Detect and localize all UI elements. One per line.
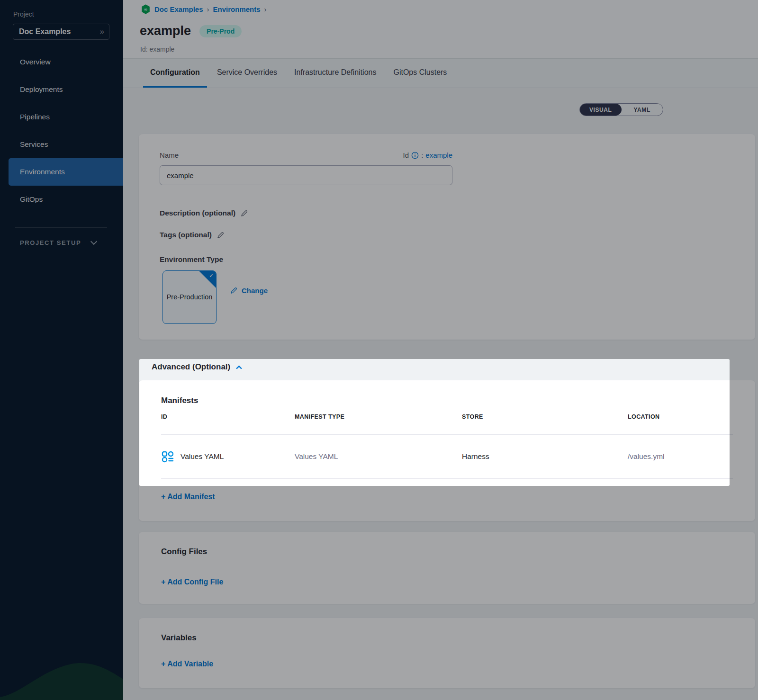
environment-form-card: Name Id : example Description (optional)	[139, 134, 755, 340]
manifest-store-cell: Harness	[462, 452, 628, 461]
breadcrumb-link-project[interactable]: Doc Examples	[154, 5, 203, 13]
edit-pencil-icon	[230, 287, 238, 295]
table-divider	[161, 478, 733, 479]
name-input[interactable]	[160, 165, 452, 185]
advanced-section-title: Advanced (Optional)	[152, 362, 230, 372]
manifests-heading: Manifests	[161, 396, 198, 405]
name-label: Name	[160, 151, 179, 159]
main-area: ∞ Doc Examples › Environments › example …	[123, 0, 758, 700]
page-title: example	[140, 24, 191, 38]
project-selector[interactable]: Doc Examples »	[13, 24, 109, 40]
project-selector-value: Doc Examples	[19, 27, 100, 36]
visual-yaml-toggle: VISUAL YAML	[579, 103, 663, 116]
description-label: Description (optional)	[160, 209, 235, 217]
id-chip: Id : example	[403, 151, 452, 159]
config-files-heading: Config Files	[161, 547, 207, 556]
sidebar-nav: Overview Deployments Pipelines Services …	[0, 48, 123, 213]
manifests-card: Manifests ID MANIFEST TYPE STORE LOCATIO…	[139, 380, 755, 521]
column-header-location: LOCATION	[628, 413, 733, 420]
sidebar-divider	[15, 227, 107, 228]
chevron-down-icon	[90, 238, 97, 245]
double-chevron-right-icon: »	[100, 27, 103, 36]
edit-pencil-icon[interactable]	[217, 231, 225, 239]
change-label: Change	[242, 287, 268, 295]
add-config-file-button[interactable]: + Add Config File	[161, 578, 223, 586]
environment-type-card-label: Pre-Production	[167, 292, 213, 303]
title-row: example Pre-Prod	[140, 24, 242, 38]
chevron-up-icon	[236, 364, 242, 370]
variables-heading: Variables	[161, 633, 197, 643]
tabs-bar: Configuration Service Overrides Infrastr…	[123, 58, 758, 88]
page-header: ∞ Doc Examples › Environments › example …	[123, 0, 758, 58]
manifest-id-text: Values YAML	[180, 452, 224, 461]
values-yaml-manifest-icon	[161, 450, 174, 463]
toggle-visual[interactable]: VISUAL	[580, 104, 622, 116]
sidebar-item-overview[interactable]: Overview	[0, 48, 123, 76]
project-label: Project	[13, 10, 34, 18]
add-manifest-button[interactable]: + Add Manifest	[161, 493, 215, 501]
breadcrumb-separator: ›	[264, 5, 267, 13]
tags-row: Tags (optional)	[160, 231, 225, 239]
sidebar: Project Doc Examples » Overview Deployme…	[0, 0, 123, 700]
id-value-link[interactable]: example	[425, 151, 452, 159]
entity-id-line: Id: example	[140, 45, 174, 53]
svg-text:∞: ∞	[144, 7, 147, 12]
toggle-yaml[interactable]: YAML	[622, 104, 663, 116]
manifest-location-cell: /values.yml	[628, 452, 733, 461]
sidebar-item-project-setup[interactable]: PROJECT SETUP	[20, 236, 110, 249]
manifest-table-row[interactable]: Values YAML Values YAML Harness /values.…	[161, 434, 733, 478]
harness-cd-module-icon: ∞	[141, 4, 151, 14]
breadcrumb-link-environments[interactable]: Environments	[213, 5, 261, 13]
add-variable-button[interactable]: + Add Variable	[161, 660, 213, 668]
breadcrumb-separator: ›	[207, 5, 209, 13]
sidebar-decorative-wave	[0, 648, 123, 700]
breadcrumb: ∞ Doc Examples › Environments ›	[141, 4, 267, 14]
info-icon[interactable]	[411, 152, 419, 159]
column-header-id: ID	[161, 413, 295, 420]
tab-infrastructure-definitions[interactable]: Infrastructure Definitions	[287, 59, 383, 88]
app-window: Project Doc Examples » Overview Deployme…	[0, 0, 758, 700]
sidebar-item-services[interactable]: Services	[0, 131, 123, 158]
manifests-table-header: ID MANIFEST TYPE STORE LOCATION	[161, 413, 733, 420]
edit-pencil-icon[interactable]	[240, 209, 248, 217]
tab-configuration[interactable]: Configuration	[143, 59, 207, 88]
tab-service-overrides[interactable]: Service Overrides	[210, 59, 284, 88]
change-environment-type-link[interactable]: Change	[230, 287, 268, 295]
manifest-type-cell: Values YAML	[295, 452, 462, 461]
sidebar-item-environments[interactable]: Environments	[9, 158, 123, 186]
project-setup-label: PROJECT SETUP	[20, 239, 81, 246]
environment-type-badge: Pre-Prod	[199, 25, 242, 37]
manifest-id-cell: Values YAML	[161, 450, 295, 463]
sidebar-item-gitops[interactable]: GitOps	[0, 186, 123, 213]
environment-type-label: Environment Type	[160, 255, 223, 264]
config-files-card: Config Files + Add Config File	[139, 532, 755, 604]
sidebar-item-pipelines[interactable]: Pipelines	[0, 103, 123, 131]
description-row: Description (optional)	[160, 209, 248, 217]
environment-type-card-preproduction[interactable]: Pre-Production ✓	[162, 270, 217, 324]
tags-label: Tags (optional)	[160, 231, 212, 239]
sidebar-item-deployments[interactable]: Deployments	[0, 76, 123, 103]
column-header-manifest-type: MANIFEST TYPE	[295, 413, 462, 420]
variables-card: Variables + Add Variable	[139, 618, 755, 688]
check-icon: ✓	[209, 272, 214, 279]
tab-gitops-clusters[interactable]: GitOps Clusters	[386, 59, 454, 88]
id-word: Id	[403, 151, 409, 159]
column-header-store: STORE	[462, 413, 628, 420]
advanced-section-toggle[interactable]: Advanced (Optional)	[152, 362, 242, 372]
id-colon: :	[421, 151, 423, 159]
name-field-header: Name Id : example	[160, 151, 452, 159]
